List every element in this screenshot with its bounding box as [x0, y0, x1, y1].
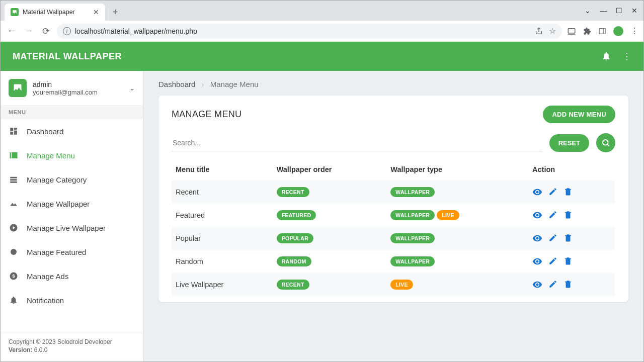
- svg-rect-10: [10, 179, 17, 180]
- notifications-icon[interactable]: [601, 51, 611, 61]
- tab-search-icon[interactable]: ⌄: [585, 7, 591, 15]
- cell-title: Random: [172, 250, 273, 273]
- sidebar-item-manage-featured[interactable]: Manage Featured: [1, 240, 143, 264]
- sidebar-item-manage-wallpaper[interactable]: Manage Wallpaper: [1, 192, 143, 216]
- cell-type: LIVE: [386, 273, 528, 296]
- reset-button[interactable]: RESET: [549, 134, 589, 152]
- sidebar-item-label: Manage Category: [27, 175, 87, 184]
- close-tab-icon[interactable]: ✕: [93, 8, 99, 16]
- maximize-icon[interactable]: ☐: [616, 7, 622, 15]
- cell-type: WALLPAPER: [386, 227, 528, 250]
- ads-icon: $: [9, 271, 19, 281]
- type-pill: WALLPAPER: [390, 187, 435, 197]
- breadcrumb: Dashboard › Manage Menu: [158, 80, 628, 88]
- sidebar: admin youremail@gmail.com ⌄ MENU Dashboa…: [1, 71, 143, 361]
- col-wallpaper-type: Wallpaper type: [386, 158, 528, 180]
- type-pill: LIVE: [390, 280, 413, 290]
- device-icon[interactable]: [567, 27, 576, 36]
- search-button[interactable]: [596, 133, 615, 152]
- sidebar-item-label: Manage Wallpaper: [27, 200, 90, 208]
- sidebar-item-notification[interactable]: Notification: [1, 288, 143, 312]
- svg-rect-0: [568, 28, 575, 33]
- minimize-icon[interactable]: —: [600, 7, 607, 15]
- cell-title: Popular: [172, 227, 273, 250]
- dashboard-icon: [9, 126, 19, 136]
- breadcrumb-current: Manage Menu: [210, 80, 259, 88]
- type-pill: LIVE: [437, 210, 459, 220]
- col-wallpaper-order: Wallpaper order: [273, 158, 387, 180]
- view-icon[interactable]: [532, 256, 542, 266]
- svg-rect-5: [14, 131, 17, 135]
- svg-line-17: [607, 144, 609, 146]
- table-row: RandomRANDOMWALLPAPER: [172, 250, 615, 273]
- order-pill: RANDOM: [277, 256, 311, 266]
- edit-icon[interactable]: [548, 210, 557, 220]
- app-header: MATERIAL WALLPAPER ⋮: [1, 42, 643, 71]
- play-icon: [9, 223, 19, 233]
- breadcrumb-root[interactable]: Dashboard: [158, 80, 195, 88]
- edit-icon[interactable]: [548, 233, 557, 243]
- cell-actions: [528, 204, 615, 227]
- view-icon[interactable]: [532, 280, 542, 290]
- cell-order: POPULAR: [273, 227, 387, 250]
- favicon-icon: [11, 8, 19, 16]
- view-icon[interactable]: [532, 233, 542, 243]
- browser-tab[interactable]: Material Wallpaper ✕: [5, 4, 105, 21]
- sidebar-item-manage-menu[interactable]: Manage Menu: [1, 143, 143, 167]
- sidebar-item-label: Manage Live Wallpaper: [27, 224, 106, 232]
- edit-icon[interactable]: [548, 280, 557, 290]
- forward-button[interactable]: →: [23, 25, 35, 37]
- address-bar[interactable]: i localhost/material_wallpaper/menu.php …: [57, 24, 562, 39]
- app-menu-icon[interactable]: ⋮: [622, 51, 631, 62]
- edit-icon[interactable]: [548, 187, 557, 197]
- order-pill: FEATURED: [277, 210, 316, 220]
- delete-icon[interactable]: [564, 187, 573, 197]
- version-label: Version:: [9, 346, 32, 353]
- chevron-down-icon[interactable]: ⌄: [129, 84, 135, 92]
- sidebar-item-label: Manage Ads: [27, 272, 68, 281]
- sidebar-item-dashboard[interactable]: Dashboard: [1, 119, 143, 143]
- profile-icon[interactable]: [613, 26, 623, 36]
- col-action: Action: [528, 158, 615, 180]
- sidebar-item-manage-ads[interactable]: $ Manage Ads: [1, 264, 143, 288]
- reload-button[interactable]: ⟳: [40, 25, 52, 37]
- site-info-icon[interactable]: i: [63, 27, 71, 35]
- delete-icon[interactable]: [564, 233, 573, 243]
- table-row: RecentRECENTWALLPAPER: [172, 180, 615, 204]
- svg-rect-4: [14, 128, 17, 130]
- featured-icon: [9, 247, 19, 257]
- extensions-icon[interactable]: [583, 27, 591, 35]
- view-icon[interactable]: [532, 210, 542, 220]
- delete-icon[interactable]: [564, 256, 573, 266]
- edit-icon[interactable]: [548, 256, 557, 266]
- sidebar-item-label: Manage Featured: [27, 248, 86, 256]
- share-icon[interactable]: [535, 27, 543, 35]
- col-menu-title: Menu title: [172, 158, 273, 180]
- svg-rect-3: [10, 128, 13, 131]
- cell-order: FEATURED: [273, 204, 387, 227]
- table-row: PopularPOPULARWALLPAPER: [172, 227, 615, 250]
- delete-icon[interactable]: [564, 280, 573, 290]
- sidebar-item-manage-live-wallpaper[interactable]: Manage Live Wallpaper: [1, 216, 143, 240]
- type-pill: WALLPAPER: [390, 210, 435, 220]
- sidepanel-icon[interactable]: [598, 27, 606, 35]
- view-icon[interactable]: [532, 187, 542, 197]
- close-window-icon[interactable]: ✕: [631, 7, 637, 15]
- search-input[interactable]: [172, 135, 542, 151]
- cell-actions: [528, 227, 615, 250]
- cell-title: Live Wallpaper: [172, 273, 273, 296]
- new-tab-button[interactable]: +: [108, 5, 122, 19]
- delete-icon[interactable]: [564, 210, 573, 220]
- cell-title: Recent: [172, 180, 273, 204]
- cell-order: RANDOM: [273, 250, 387, 273]
- bookmark-icon[interactable]: ☆: [549, 26, 556, 36]
- user-box[interactable]: admin youremail@gmail.com ⌄: [1, 71, 143, 105]
- tab-title: Material Wallpaper: [23, 9, 75, 16]
- breadcrumb-separator-icon: ›: [202, 80, 204, 88]
- add-new-menu-button[interactable]: ADD NEW MENU: [543, 106, 615, 123]
- sidebar-item-manage-category[interactable]: Manage Category: [1, 167, 143, 192]
- version-value: 6.0.0: [34, 346, 48, 353]
- back-button[interactable]: ←: [6, 25, 18, 37]
- order-pill: RECENT: [277, 187, 309, 197]
- browser-menu-icon[interactable]: ⋮: [630, 26, 638, 36]
